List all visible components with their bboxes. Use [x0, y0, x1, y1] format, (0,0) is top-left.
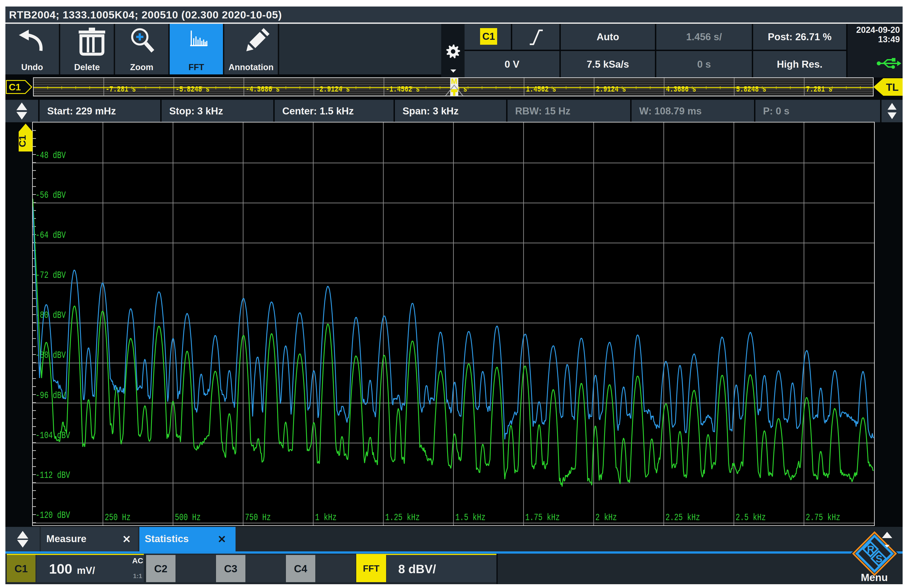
- svg-text:250 Hz: 250 Hz: [105, 512, 130, 523]
- svg-text:C1: C1: [19, 135, 27, 147]
- svg-text:TL: TL: [886, 81, 898, 93]
- svg-text:7.281 s: 7.281 s: [806, 85, 832, 94]
- svg-text:-72 dBV: -72 dBV: [35, 270, 66, 280]
- svg-text:-4.3686 s: -4.3686 s: [246, 85, 280, 94]
- svg-text:4.3686 s: 4.3686 s: [666, 85, 696, 94]
- svg-text:-120 dBV: -120 dBV: [35, 510, 70, 520]
- svg-text:-7.281 s: -7.281 s: [106, 85, 136, 94]
- svg-text:500 Hz: 500 Hz: [175, 512, 201, 523]
- svg-text:2 kHz: 2 kHz: [596, 512, 617, 523]
- svg-text:1.75 kHz: 1.75 kHz: [525, 512, 560, 523]
- svg-text:1.5 kHz: 1.5 kHz: [456, 512, 485, 523]
- svg-text:-104 dBV: -104 dBV: [35, 430, 70, 441]
- svg-text:C1: C1: [9, 82, 21, 92]
- svg-text:-80 dBV: -80 dBV: [35, 310, 66, 321]
- svg-text:-56 dBV: -56 dBV: [35, 190, 66, 200]
- svg-text:-96 dBV: -96 dBV: [35, 390, 66, 401]
- svg-text:S: S: [876, 553, 882, 565]
- svg-text:2.5 kHz: 2.5 kHz: [736, 512, 766, 523]
- svg-text:-48 dBV: -48 dBV: [35, 150, 66, 161]
- svg-text:5.8248 s: 5.8248 s: [736, 85, 766, 94]
- svg-text:2.9124 s: 2.9124 s: [596, 85, 626, 94]
- svg-text:-1.4562 s: -1.4562 s: [386, 85, 420, 94]
- svg-text:-112 dBV: -112 dBV: [35, 470, 70, 480]
- svg-text:M: M: [451, 78, 457, 85]
- svg-text:1 kHz: 1 kHz: [315, 512, 336, 523]
- svg-text:-64 dBV: -64 dBV: [35, 230, 66, 240]
- svg-text:1.25 kHz: 1.25 kHz: [385, 512, 420, 523]
- svg-text:2.75 kHz: 2.75 kHz: [806, 512, 840, 523]
- svg-text:-5.8248 s: -5.8248 s: [175, 85, 209, 94]
- svg-text:-2.9124 s: -2.9124 s: [316, 85, 350, 94]
- svg-text:1.4562 s: 1.4562 s: [526, 85, 556, 94]
- svg-text:750 Hz: 750 Hz: [245, 512, 271, 523]
- svg-text:2.25 kHz: 2.25 kHz: [665, 512, 700, 523]
- svg-text:R: R: [867, 543, 874, 555]
